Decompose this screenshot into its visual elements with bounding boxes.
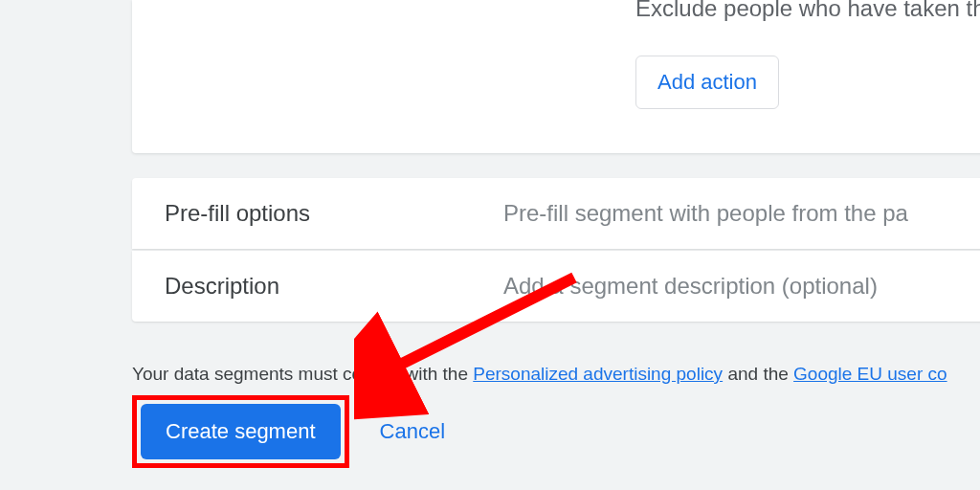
description-value: Add a segment description (optional) [503, 273, 878, 300]
create-segment-button[interactable]: Create segment [141, 404, 341, 459]
compliance-text: Your data segments must comply with the … [132, 364, 947, 385]
compliance-mid: and the [723, 364, 793, 384]
cancel-button[interactable]: Cancel [380, 419, 445, 444]
description-row[interactable]: Description Add a segment description (o… [132, 251, 980, 322]
prefill-value: Pre-fill segment with people from the pa [503, 200, 908, 227]
compliance-prefix: Your data segments must comply with the [132, 364, 473, 384]
prefill-row[interactable]: Pre-fill options Pre-fill segment with p… [132, 178, 980, 249]
add-action-button[interactable]: Add action [635, 56, 779, 109]
prefill-label: Pre-fill options [132, 200, 503, 227]
description-label: Description [132, 273, 503, 300]
personalized-advertising-link[interactable]: Personalized advertising policy [473, 364, 723, 384]
exclude-card: Exclude people who have taken the follow… [132, 0, 980, 153]
footer-actions: Create segment Cancel [132, 395, 445, 468]
highlight-annotation: Create segment [132, 395, 349, 468]
google-eu-link[interactable]: Google EU user co [793, 364, 947, 384]
exclude-description: Exclude people who have taken the follow… [635, 0, 980, 22]
